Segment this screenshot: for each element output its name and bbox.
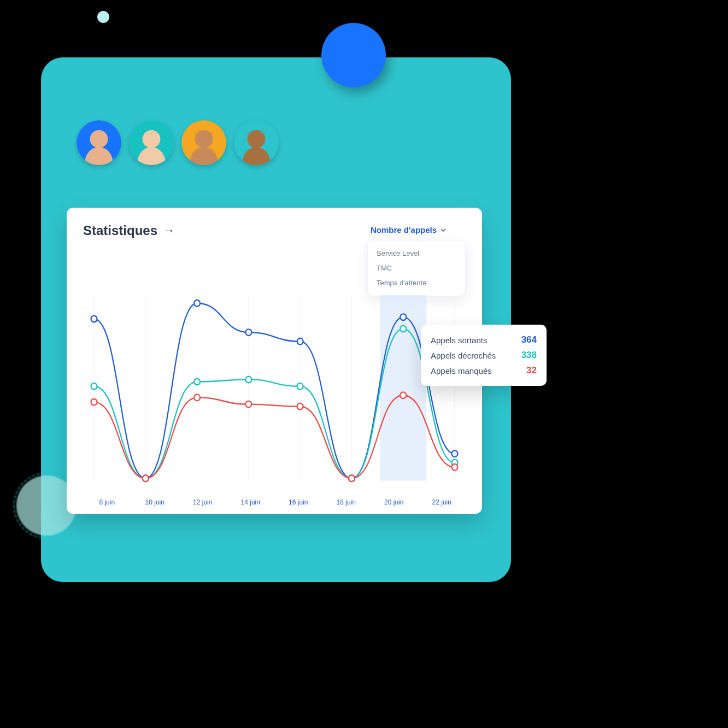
chevron-down-icon [440, 227, 447, 233]
tooltip-label: Appels sortants [431, 336, 487, 345]
x-tick-label: 16 juin [274, 498, 322, 506]
svg-point-23 [400, 314, 406, 320]
svg-point-20 [245, 329, 251, 336]
x-tick-label: 20 juin [370, 498, 418, 506]
x-tick-label: 10 juin [131, 498, 179, 506]
dropdown-selected[interactable]: Nombre d'appels [367, 223, 466, 237]
avatar [77, 120, 121, 165]
dropdown-selected-text: Nombre d'appels [371, 225, 437, 234]
svg-point-25 [91, 383, 97, 390]
svg-point-35 [194, 394, 200, 401]
avatar [181, 120, 226, 165]
x-tick-label: 12 juin [179, 498, 227, 506]
avatar [234, 120, 279, 165]
svg-point-33 [91, 399, 97, 406]
card-title: Statistiques → [83, 223, 175, 238]
decorative-dot-small [97, 11, 109, 23]
svg-point-29 [297, 383, 303, 390]
svg-point-36 [245, 401, 251, 408]
tooltip-value: 32 [526, 365, 537, 376]
card-title-text: Statistiques [83, 223, 157, 238]
svg-point-5 [195, 130, 213, 148]
dropdown-item[interactable]: TMC [375, 261, 457, 275]
dropdown-item[interactable]: Service Level [375, 246, 457, 261]
metric-dropdown[interactable]: Nombre d'appels Service LevelTMCTemps d'… [367, 223, 466, 296]
tooltip-row: Appels manqués32 [431, 363, 537, 378]
svg-rect-16 [380, 295, 426, 480]
svg-point-37 [297, 403, 303, 410]
tooltip-value: 338 [521, 350, 537, 361]
x-tick-label: 18 juin [322, 498, 371, 506]
svg-point-31 [400, 326, 406, 332]
svg-point-34 [143, 475, 149, 482]
x-tick-label: 8 juin [83, 498, 131, 506]
tooltip-row: Appels décrochés338 [431, 348, 537, 363]
svg-point-3 [143, 130, 161, 148]
svg-point-1 [90, 130, 108, 148]
svg-point-24 [452, 450, 458, 457]
x-axis-labels: 8 juin10 juin12 juin14 juin16 juin18 jui… [83, 498, 466, 506]
svg-point-17 [91, 316, 97, 322]
avatar-row [77, 120, 279, 165]
svg-point-7 [248, 130, 266, 148]
stats-card: Statistiques → Nombre d'appels Service L… [67, 208, 482, 514]
avatar [129, 120, 174, 165]
tooltip-label: Appels manqués [431, 366, 492, 375]
line-chart [83, 295, 466, 486]
tooltip-row: Appels sortants364 [431, 332, 537, 348]
tooltip-label: Appels décrochés [431, 351, 496, 360]
svg-point-21 [297, 338, 303, 345]
chart-area [83, 295, 466, 486]
svg-point-40 [452, 464, 458, 471]
dropdown-menu: Service LevelTMCTemps d'attente [367, 240, 466, 296]
svg-point-38 [349, 475, 355, 482]
x-tick-label: 22 juin [418, 498, 466, 506]
datapoint-tooltip: Appels sortants364Appels décrochés338App… [421, 325, 547, 386]
tooltip-value: 364 [521, 334, 537, 345]
dropdown-item[interactable]: Temps d'attente [375, 275, 457, 290]
svg-point-27 [194, 379, 200, 385]
arrow-right-icon: → [163, 224, 175, 238]
svg-point-19 [194, 300, 200, 307]
svg-point-28 [245, 377, 251, 383]
decorative-dot-blue [321, 23, 386, 87]
x-tick-label: 14 juin [227, 498, 275, 506]
svg-point-39 [400, 392, 406, 398]
